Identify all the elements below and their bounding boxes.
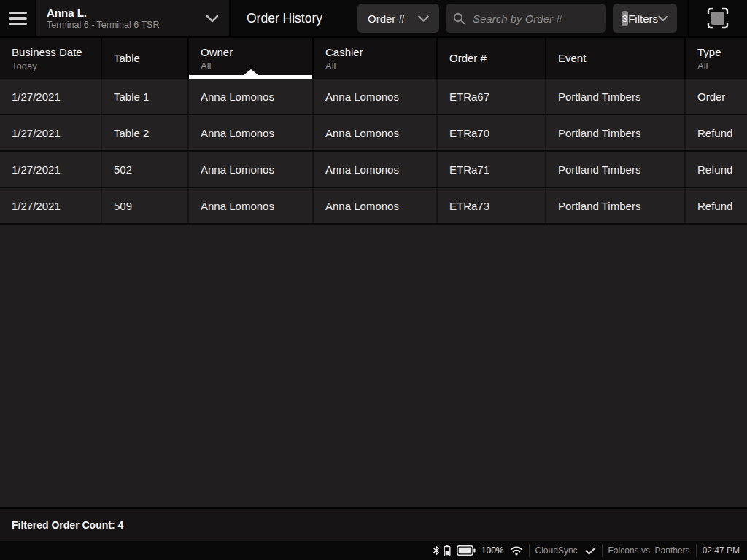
cell-table: Table 2: [102, 115, 189, 150]
cell-owner: Anna Lomonos: [189, 188, 314, 223]
cell-event: Portland Timbers: [546, 152, 686, 187]
cell-type: Order: [686, 79, 747, 114]
cell-type: Refund: [686, 152, 747, 187]
search-type-dropdown[interactable]: Order #: [357, 4, 439, 33]
menu-button[interactable]: [0, 0, 36, 36]
event-status-label: Falcons vs. Panthers: [608, 545, 690, 556]
check-icon: [585, 547, 596, 555]
selected-column-underline: [189, 75, 312, 79]
cell-cashier: Anna Lomonos: [314, 115, 438, 150]
cell-cashier: Anna Lomonos: [314, 79, 438, 114]
cell-order: ETRa71: [438, 152, 546, 187]
column-header-event[interactable]: Event: [546, 38, 686, 79]
cell-cashier: Anna Lomonos: [314, 152, 438, 187]
chevron-down-icon: [206, 15, 219, 23]
cell-cashier: Anna Lomonos: [314, 188, 438, 223]
cell-table: Table 1: [102, 79, 189, 114]
column-label: Order #: [449, 51, 533, 66]
clock-time: 02:47 PM: [703, 545, 740, 556]
chevron-down-icon: [418, 15, 429, 22]
cell-event: Portland Timbers: [546, 188, 686, 223]
top-bar: Anna L. Terminal 6 - Terminal 6 TSR Orde…: [0, 0, 747, 36]
table-row[interactable]: 1/27/2021Table 2Anna LomonosAnna Lomonos…: [0, 115, 747, 152]
filtered-order-count: Filtered Order Count: 4: [12, 519, 123, 531]
chevron-down-icon: [658, 15, 668, 22]
divider: [602, 544, 603, 557]
cell-order: ETRa70: [438, 115, 546, 150]
column-header-business-date[interactable]: Business DateToday: [0, 38, 102, 79]
column-filter-value: All: [697, 60, 735, 72]
cell-type: Refund: [686, 188, 747, 223]
cloudsync-label: CloudSync: [535, 545, 578, 556]
device-battery-icon: [444, 545, 451, 556]
order-search-field[interactable]: [446, 4, 606, 33]
column-header-table[interactable]: Table: [102, 38, 189, 79]
cell-business-date: 1/27/2021: [0, 79, 102, 114]
selected-column-caret: [244, 69, 258, 75]
filters-count-badge: 3: [622, 11, 628, 26]
filters-dropdown[interactable]: 3 Filters: [613, 4, 677, 33]
cell-business-date: 1/27/2021: [0, 152, 102, 187]
column-header-cashier[interactable]: CashierAll: [314, 38, 438, 79]
column-label: Type: [697, 45, 735, 60]
user-name: Anna L.: [47, 7, 206, 20]
column-label: Event: [558, 51, 673, 66]
column-filter-value: All: [325, 60, 425, 72]
bluetooth-icon: [432, 545, 441, 556]
cell-type: Refund: [686, 115, 747, 150]
filters-label: Filters: [628, 12, 658, 25]
cell-table: 509: [102, 188, 189, 223]
search-type-label: Order #: [368, 12, 405, 25]
cell-order: ETRa73: [438, 188, 546, 223]
page-title: Order History: [247, 11, 322, 26]
divider: [696, 544, 697, 557]
column-label: Cashier: [325, 45, 425, 60]
cell-owner: Anna Lomonos: [189, 152, 314, 187]
cell-owner: Anna Lomonos: [189, 115, 314, 150]
cell-order: ETRa67: [438, 79, 546, 114]
column-header-type[interactable]: TypeAll: [686, 38, 747, 79]
cell-business-date: 1/27/2021: [0, 188, 102, 223]
column-header-order[interactable]: Order #: [438, 38, 546, 79]
order-history-app: Anna L. Terminal 6 - Terminal 6 TSR Orde…: [0, 0, 747, 560]
column-label: Business Date: [12, 45, 89, 60]
wifi-icon: [510, 546, 523, 556]
table-row[interactable]: 1/27/2021Table 1Anna LomonosAnna Lomonos…: [0, 79, 747, 115]
table-row[interactable]: 1/27/2021509Anna LomonosAnna LomonosETRa…: [0, 188, 747, 225]
cell-event: Portland Timbers: [546, 115, 686, 150]
terminal-label: Terminal 6 - Terminal 6 TSR: [47, 20, 206, 31]
table-header-row: Business DateTodayTableOwnerAllCashierAl…: [0, 36, 747, 79]
hamburger-icon: [9, 12, 27, 15]
table-body: 1/27/2021Table 1Anna LomonosAnna Lomonos…: [0, 79, 747, 225]
system-status-bar: 100% CloudSync Falcons vs. Panthers 02:4…: [0, 541, 747, 560]
search-icon: [453, 12, 465, 25]
user-terminal-selector[interactable]: Anna L. Terminal 6 - Terminal 6 TSR: [36, 0, 231, 36]
cell-table: 502: [102, 152, 189, 187]
user-info: Anna L. Terminal 6 - Terminal 6 TSR: [47, 7, 206, 31]
cell-owner: Anna Lomonos: [189, 79, 314, 114]
column-header-owner[interactable]: OwnerAll: [189, 38, 314, 79]
column-filter-value: Today: [12, 60, 89, 72]
divider: [529, 544, 530, 557]
column-label: Owner: [201, 45, 301, 60]
cell-business-date: 1/27/2021: [0, 115, 102, 150]
empty-content-area: [0, 225, 747, 508]
column-label: Table: [114, 51, 176, 66]
search-input[interactable]: [471, 12, 599, 26]
footer-bar: Filtered Order Count: 4: [0, 508, 747, 541]
fullscreen-icon: [707, 7, 729, 29]
table-row[interactable]: 1/27/2021502Anna LomonosAnna LomonosETRa…: [0, 152, 747, 188]
battery-icon: [457, 545, 476, 556]
cell-event: Portland Timbers: [546, 79, 686, 114]
fullscreen-button[interactable]: [689, 0, 747, 36]
battery-percent: 100%: [481, 545, 504, 556]
